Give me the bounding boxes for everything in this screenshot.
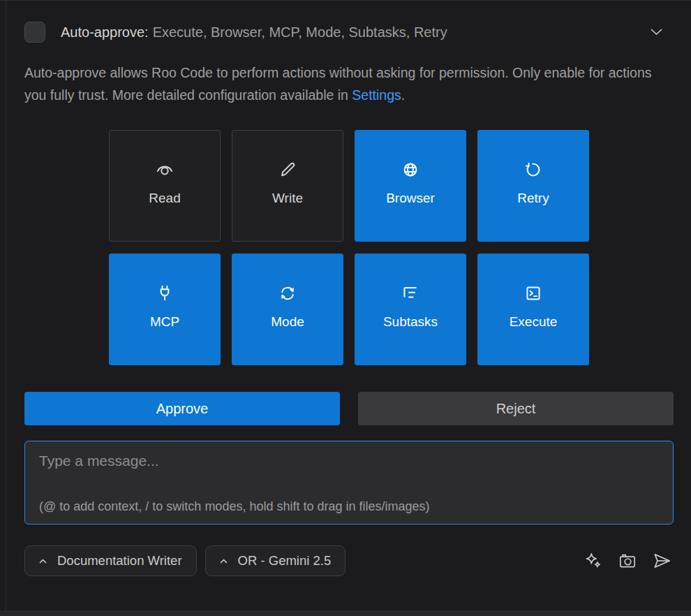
auto-approve-toggle-grid: Read Write Browser — [109, 130, 589, 365]
toggle-read[interactable]: Read — [109, 130, 221, 242]
toggle-write[interactable]: Write — [232, 130, 343, 242]
description-period: . — [401, 87, 405, 103]
reject-button[interactable]: Reject — [358, 392, 674, 425]
chevron-down-icon — [651, 29, 662, 36]
composer-footer: Documentation Writer OR - Gemini 2.5 — [24, 545, 674, 576]
sync-icon — [276, 282, 299, 305]
auto-approve-checkbox[interactable] — [24, 22, 45, 43]
send-icon — [651, 550, 672, 571]
roo-code-chat-panel: Auto-approve:Execute, Browser, MCP, Mode… — [0, 0, 691, 616]
mode-selector-label: Documentation Writer — [57, 553, 182, 569]
toggle-mcp[interactable]: MCP — [109, 254, 221, 365]
plug-icon — [154, 282, 176, 305]
auto-approve-summary: Execute, Browser, MCP, Mode, Subtasks, R… — [153, 24, 447, 40]
toggle-label: MCP — [150, 314, 179, 330]
list-tree-icon — [399, 282, 422, 305]
auto-approve-label: Auto-approve: — [61, 24, 149, 40]
toggle-label: Subtasks — [383, 314, 438, 330]
sparkles-icon — [583, 550, 604, 571]
toggle-label: Read — [149, 191, 180, 206]
terminal-icon — [522, 282, 544, 305]
toggle-label: Execute — [510, 314, 558, 330]
model-selector[interactable]: OR - Gemini 2.5 — [205, 545, 346, 576]
camera-icon — [617, 550, 638, 571]
toggle-label: Retry — [517, 191, 549, 206]
message-placeholder: Type a message... — [39, 453, 659, 469]
refresh-icon — [522, 159, 544, 181]
action-buttons-row: Approve Reject — [24, 392, 674, 425]
collapse-section-button[interactable] — [644, 20, 668, 44]
auto-approve-description: Auto-approve allows Roo Code to perform … — [24, 62, 660, 106]
globe-icon — [399, 159, 422, 181]
toggle-browser[interactable]: Browser — [355, 130, 466, 242]
model-selector-label: OR - Gemini 2.5 — [238, 553, 332, 569]
screenshot-button[interactable] — [616, 549, 639, 573]
toggle-label: Write — [272, 191, 303, 206]
message-input[interactable]: Type a message... (@ to add context, / t… — [24, 441, 674, 525]
eye-icon — [154, 159, 176, 181]
toggle-execute[interactable]: Execute — [477, 254, 589, 365]
toggle-subtasks[interactable]: Subtasks — [355, 254, 466, 365]
auto-approve-header: Auto-approve:Execute, Browser, MCP, Mode… — [24, 20, 674, 44]
send-button[interactable] — [650, 549, 674, 573]
chevron-up-icon — [220, 559, 228, 564]
description-text: Auto-approve allows Roo Code to perform … — [24, 65, 652, 103]
approve-button[interactable]: Approve — [24, 392, 340, 425]
bottom-divider — [0, 610, 691, 616]
toggle-mode[interactable]: Mode — [232, 254, 343, 365]
auto-approve-title[interactable]: Auto-approve:Execute, Browser, MCP, Mode… — [61, 24, 629, 41]
toggle-retry[interactable]: Retry — [477, 130, 589, 242]
mode-selector[interactable]: Documentation Writer — [24, 545, 197, 576]
toggle-label: Browser — [386, 191, 435, 206]
message-hint: (@ to add context, / to switch modes, ho… — [39, 499, 659, 514]
pencil-icon — [276, 159, 299, 181]
enhance-prompt-button[interactable] — [581, 549, 605, 573]
chevron-up-icon — [39, 559, 47, 564]
toggle-label: Mode — [271, 314, 304, 330]
settings-link[interactable]: Settings — [352, 87, 401, 103]
